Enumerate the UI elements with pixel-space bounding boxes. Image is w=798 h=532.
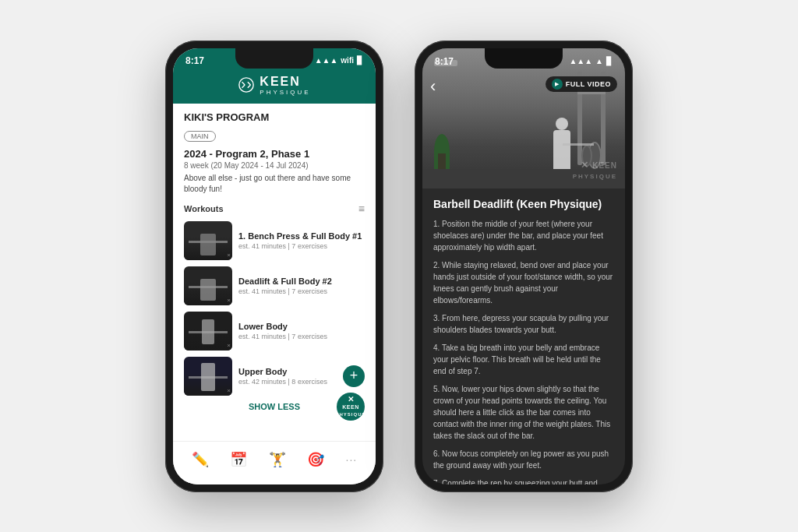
- phone-left: 8:17 ▲▲▲ wifi ▊ KEEN PHYSIQUE: [165, 41, 383, 492]
- exercise-step-4: 4. Take a big breath into your belly and…: [433, 342, 614, 377]
- phase-dates: 8 week (20 May 2024 - 14 Jul 2024): [184, 161, 365, 170]
- nav-workout[interactable]: 🏋️: [263, 448, 292, 471]
- workout-name-3: Lower Body: [238, 322, 365, 331]
- edit-icon: ✏️: [192, 451, 209, 468]
- phase-description: Above all else - just go out there and h…: [184, 173, 365, 195]
- exercise-title: Barbell Deadlift (Keen Physique): [433, 198, 614, 210]
- exercise-step-1: 1. Position the middle of your feet (whe…: [433, 218, 614, 253]
- time-left: 8:17: [185, 55, 204, 66]
- full-video-badge[interactable]: ▶ FULL VIDEO: [546, 76, 617, 92]
- brand-name: KEEN: [260, 75, 300, 88]
- workout-info-2: Deadlift & Full Body #2 est. 41 minutes …: [238, 277, 365, 295]
- keen-watermark: ✕ KEENPHYSIQUE: [573, 160, 617, 180]
- logo-icon: [238, 76, 255, 93]
- logo: KEEN PHYSIQUE: [238, 75, 310, 96]
- program-content: KIKI'S PROGRAM MAIN 2024 - Program 2, Ph…: [173, 104, 376, 439]
- more-icon: ···: [346, 453, 358, 466]
- workouts-label: Workouts: [184, 204, 224, 213]
- exercise-step-7: 7. Complete the rep by squeezing your bu…: [433, 477, 614, 484]
- filter-icon[interactable]: ≡: [358, 203, 365, 215]
- workout-item[interactable]: × 1. Bench Press & Full Body #1 est. 41 …: [184, 221, 365, 260]
- svg-point-0: [239, 78, 253, 92]
- phone-right: 8:17 ▲▲▲ ▲ ▊: [415, 41, 633, 492]
- workout-meta-1: est. 41 minutes | 7 exercises: [238, 242, 365, 250]
- workouts-header: Workouts ≡: [184, 203, 365, 215]
- workout-info-3: Lower Body est. 41 minutes | 7 exercises: [238, 322, 365, 340]
- app-header: KEEN PHYSIQUE: [173, 70, 376, 104]
- workout-item[interactable]: × Lower Body est. 41 minutes | 7 exercis…: [184, 312, 365, 351]
- exercise-step-3: 3. From here, depress your scapula by pu…: [433, 312, 614, 336]
- workout-thumb-4: ×: [184, 357, 232, 396]
- workout-info-4: Upper Body est. 42 minutes | 8 exercises: [238, 367, 337, 386]
- phase-title: 2024 - Program 2, Phase 1: [184, 148, 365, 160]
- workout-name-4: Upper Body: [238, 367, 337, 376]
- exercise-step-5: 5. Now, lower your hips down slightly so…: [433, 383, 614, 442]
- workout-thumb-3: ×: [184, 312, 232, 351]
- show-less-button[interactable]: SHOW LESS: [249, 402, 300, 411]
- kettlebell-icon: 🏋️: [269, 451, 286, 468]
- main-badge: MAIN: [184, 131, 216, 142]
- add-workout-button[interactable]: +: [343, 365, 365, 387]
- workout-info-1: 1. Bench Press & Full Body #1 est. 41 mi…: [238, 231, 365, 250]
- play-icon: ▶: [552, 79, 563, 90]
- svg-line-3: [248, 82, 251, 85]
- wifi-icon: wifi: [341, 56, 354, 65]
- wifi-icon-right: ▲: [595, 57, 603, 65]
- status-icons-right: ▲▲▲ ▲ ▊: [569, 57, 613, 65]
- bottom-navigation: ✏️ 📅 🏋️ 🎯 ···: [173, 441, 376, 484]
- full-video-label: FULL VIDEO: [566, 80, 611, 88]
- exercise-step-6: 6. Now focus completely on leg power as …: [433, 448, 614, 471]
- signal-icon: ▲▲▲: [315, 56, 338, 65]
- targets-icon: 🎯: [307, 451, 324, 468]
- workout-item[interactable]: × Deadlift & Full Body #2 est. 41 minute…: [184, 266, 365, 305]
- svg-line-1: [242, 82, 245, 85]
- brand-sub: PHYSIQUE: [260, 89, 310, 96]
- show-less-row: SHOW LESS ✕KEENPHYSIQUE: [184, 402, 365, 411]
- notch: [235, 48, 313, 69]
- workout-thumb-1: ×: [184, 221, 232, 260]
- time-right: 8:17: [435, 56, 454, 67]
- keen-fab-button[interactable]: ✕KEENPHYSIQUE: [337, 393, 365, 421]
- nav-targets[interactable]: 🎯: [301, 448, 330, 471]
- signal-icon-right: ▲▲▲: [569, 57, 592, 65]
- workout-name-2: Deadlift & Full Body #2: [238, 277, 365, 286]
- nav-more[interactable]: ···: [340, 450, 364, 469]
- workout-meta-4: est. 42 minutes | 8 exercises: [238, 378, 337, 386]
- exercise-content: Barbell Deadlift (Keen Physique) 1. Posi…: [422, 188, 625, 484]
- status-icons-left: ▲▲▲ wifi ▊: [315, 56, 363, 65]
- workout-name-1: 1. Bench Press & Full Body #1: [238, 231, 365, 241]
- battery-icon: ▊: [357, 56, 363, 65]
- battery-icon-right: ▊: [606, 57, 613, 65]
- back-button[interactable]: ‹: [430, 76, 436, 97]
- svg-line-4: [248, 85, 251, 88]
- exercise-step-2: 2. While staying relaxed, bend over and …: [433, 259, 614, 306]
- program-title: KIKI'S PROGRAM: [184, 111, 365, 123]
- nav-edit[interactable]: ✏️: [185, 448, 215, 471]
- calendar-icon: 📅: [230, 451, 247, 468]
- nav-calendar[interactable]: 📅: [224, 448, 253, 471]
- workout-meta-3: est. 41 minutes | 7 exercises: [238, 333, 365, 340]
- workout-item[interactable]: × Upper Body est. 42 minutes | 8 exercis…: [184, 357, 365, 396]
- workout-meta-2: est. 41 minutes | 7 exercises: [238, 287, 365, 295]
- svg-line-2: [242, 85, 245, 88]
- notch-right: [485, 48, 563, 69]
- workout-thumb-2: ×: [184, 266, 232, 305]
